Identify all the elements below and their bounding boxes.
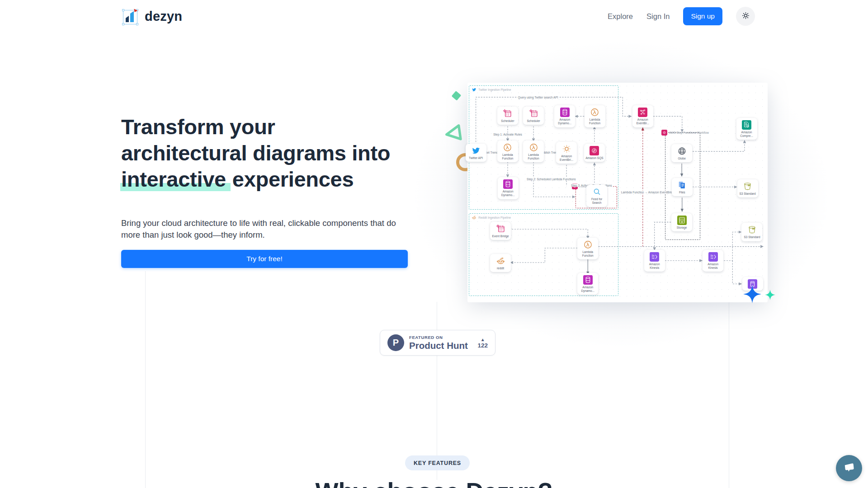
nav-signin[interactable]: Sign In xyxy=(646,12,670,21)
diamond-decoration xyxy=(450,90,462,102)
globe-icon xyxy=(677,146,687,155)
header-nav: Explore Sign In Sign up xyxy=(608,7,755,26)
signup-button[interactable]: Sign up xyxy=(683,7,722,25)
upvote-icon: ▲ xyxy=(481,337,485,342)
key-features-badge: KEY FEATURES xyxy=(405,455,470,470)
hero-title-line2: architectural diagrams into xyxy=(121,140,390,166)
lambda-icon xyxy=(583,240,593,249)
hero-title-line1: Transform your xyxy=(121,114,390,140)
diagram-node-lambda-2: Lambda Function xyxy=(523,141,544,162)
search-icon xyxy=(592,187,602,197)
diagram-node-scheduler-1: Scheduler xyxy=(497,107,518,125)
hero-title-line3-rest: experiences xyxy=(232,167,354,191)
diagram-node-dynamodb-3: Amazon Dynamo... xyxy=(577,273,598,295)
diagram-node-s3-standard-1: S3 Standard xyxy=(737,179,758,197)
page: dezyn Explore Sign In Sign up Transform … xyxy=(0,0,868,488)
kinesis-icon xyxy=(650,252,659,262)
diagram-node-scheduler-2: Scheduler xyxy=(523,107,544,125)
scheduler-icon xyxy=(529,109,538,118)
theme-toggle-button[interactable] xyxy=(736,7,755,26)
diagram-node-reddit: reddit xyxy=(490,253,511,272)
featured-on-label: FEATURED ON xyxy=(409,335,468,340)
diagram-node-kinesis-2: Amazon Kinesis xyxy=(703,250,723,272)
diagram-edge-label: Query using Twitter search API xyxy=(517,96,559,99)
chat-launcher-button[interactable] xyxy=(836,455,862,481)
chat-bubble-icon xyxy=(843,461,855,475)
triangle-decoration xyxy=(443,124,462,143)
lambda-icon xyxy=(503,143,512,152)
try-for-free-button[interactable]: Try for free! xyxy=(121,250,408,268)
nav-explore[interactable]: Explore xyxy=(608,12,633,21)
diagram-node-dynamodb-2: Amazon Dynamo... xyxy=(498,177,519,199)
dynamodb-icon xyxy=(583,275,593,285)
lambda-icon xyxy=(529,143,538,152)
sun-icon xyxy=(741,11,750,22)
product-hunt-logo-icon: P xyxy=(387,334,404,351)
diagram-node-comprehend: Amazon Compre... xyxy=(736,118,757,140)
hero-subtitle: Bring your cloud architecture to life wi… xyxy=(121,217,401,241)
storage-icon xyxy=(677,216,687,225)
dynamodb-icon xyxy=(560,108,570,117)
product-hunt-name: Product Hunt xyxy=(409,340,468,351)
diagram-node-event-bridge: Event Bridge xyxy=(490,222,511,240)
hero-highlight: interactive xyxy=(120,167,231,191)
features-heading: Why choose Dezyn? xyxy=(0,477,868,488)
header: dezyn Explore Sign In Sign up xyxy=(0,0,868,33)
diagram-node-lambda-3: Lambda Function xyxy=(577,238,598,259)
diagram-node-twitter-api: Twitter API xyxy=(466,143,486,161)
scheduler-icon xyxy=(503,109,512,118)
diagram-node-files: Files xyxy=(672,178,693,196)
comprehend-icon xyxy=(742,120,751,130)
diagram-node-sqs: Amazon SQS xyxy=(584,143,605,161)
diagram-node-feed-for-search: Feed for Search xyxy=(586,185,607,206)
s3-icon xyxy=(743,182,752,191)
s3-icon xyxy=(747,225,757,235)
dezyn-logo-icon xyxy=(121,7,139,25)
brand-logo[interactable]: dezyn xyxy=(121,7,182,25)
architecture-diagram: Twitter Ingestion PipelineReddit Ingesti… xyxy=(467,83,768,302)
eventbridge-icon xyxy=(638,108,647,117)
lambda-icon xyxy=(590,108,599,117)
sqs-icon xyxy=(590,145,599,155)
brand-name: dezyn xyxy=(145,9,182,24)
diagram-node-dynamodb-1: Amazon Dynamo... xyxy=(554,105,575,127)
kinesis-icon xyxy=(708,252,718,262)
scheduler-icon xyxy=(496,224,505,234)
diagram-node-eventbridge-1: Amazon EventBr... xyxy=(632,105,653,127)
sparkle-blue-icon xyxy=(743,285,761,303)
diagram-edge-label: Step 1: Activate Rules xyxy=(492,132,523,136)
diagram-node-lambda-1: Lambda Function xyxy=(497,141,518,162)
diagram-node-lambda-top: Lambda Function xyxy=(585,105,605,127)
dynamodb-icon xyxy=(503,179,513,189)
vertical-divider-left xyxy=(145,271,146,488)
hero-title: Transform your architectural diagrams in… xyxy=(121,114,390,192)
reddit-icon xyxy=(496,256,505,265)
upvote-block: ▲ 122 xyxy=(477,337,488,349)
diagram-node-storage: Storage xyxy=(671,213,692,231)
diagram-node-s3-standard-2: S3 Standard xyxy=(741,223,762,241)
diagram-node-eventbridge-sun: Amazon EventBri... xyxy=(556,141,577,163)
diagram-edge-label: Lambda Function → Amazon EventBridge xyxy=(620,190,677,193)
files-icon xyxy=(677,180,687,190)
diagram-edge-label: Step 2: Scheduled Lambda Functions xyxy=(526,177,576,180)
hero-title-line3: interactiveexperiences xyxy=(121,166,390,192)
sparkle-teal-icon xyxy=(765,290,775,300)
upvote-count: 122 xyxy=(477,342,488,349)
diagram-node-kinesis-1: Amazon Kinesis xyxy=(644,250,665,272)
diagram-node-globe: Globe xyxy=(671,144,692,162)
product-hunt-badge[interactable]: P FEATURED ON Product Hunt ▲ 122 xyxy=(380,330,495,356)
sun-icon xyxy=(562,144,571,153)
twitter-icon xyxy=(471,145,481,155)
